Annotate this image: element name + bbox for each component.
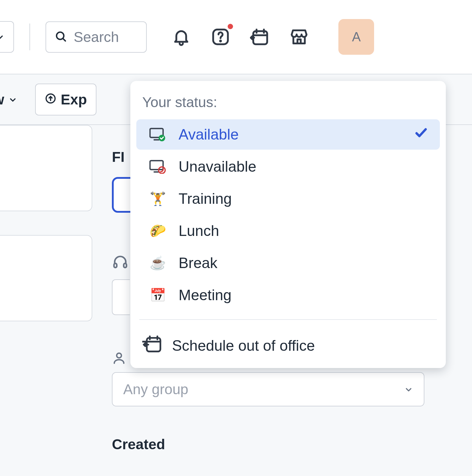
export-button-label: Exp — [61, 91, 87, 108]
new-button[interactable]: ew — [0, 21, 14, 53]
svg-rect-4 — [253, 31, 267, 44]
status-item-available[interactable]: Available — [136, 119, 440, 150]
top-bar: ew A — [0, 0, 472, 74]
marketplace-icon[interactable] — [287, 25, 311, 49]
bell-icon[interactable] — [169, 25, 193, 49]
top-icon-row: A — [169, 19, 374, 55]
status-popover: Your status: Available Unavailable 🏋️ Tr… — [130, 81, 446, 368]
svg-point-13 — [117, 353, 121, 358]
sidebar-card[interactable] — [0, 125, 92, 211]
divider — [139, 319, 437, 320]
view-dropdown[interactable]: view — [0, 84, 26, 115]
schedule-label: Schedule out of office — [172, 337, 315, 354]
calendar-emoji-icon: 📅 — [148, 287, 167, 303]
status-item-meeting[interactable]: 📅 Meeting — [136, 280, 440, 310]
help-icon[interactable] — [209, 25, 232, 49]
monitor-unavailable-icon — [148, 159, 167, 174]
calendar-arrow-icon — [142, 335, 162, 357]
status-item-break[interactable]: ☕ Break — [136, 248, 440, 278]
check-icon — [414, 126, 428, 143]
calendar-icon[interactable] — [248, 25, 272, 49]
svg-rect-11 — [114, 263, 117, 267]
status-item-label: Training — [179, 190, 232, 207]
status-item-unavailable[interactable]: Unavailable — [136, 151, 440, 182]
search-input[interactable] — [73, 29, 132, 46]
upload-icon — [45, 91, 57, 108]
search-box[interactable] — [46, 21, 147, 53]
monitor-available-icon — [148, 127, 167, 142]
export-button[interactable]: Exp — [35, 84, 96, 115]
status-item-training[interactable]: 🏋️ Training — [136, 184, 440, 214]
status-item-label: Break — [179, 254, 218, 272]
avatar-letter: A — [352, 29, 361, 44]
svg-rect-8 — [298, 39, 301, 43]
notification-dot — [228, 24, 233, 29]
status-item-label: Available — [179, 126, 239, 143]
divider — [29, 24, 30, 50]
status-item-label: Meeting — [179, 286, 232, 304]
group-select[interactable]: Any group — [112, 372, 424, 406]
weightlifter-icon: 🏋️ — [148, 191, 167, 206]
status-header: Your status: — [130, 88, 446, 118]
schedule-out-of-office[interactable]: Schedule out of office — [130, 329, 446, 360]
status-item-label: Lunch — [179, 222, 219, 239]
svg-rect-12 — [124, 263, 126, 267]
status-item-label: Unavailable — [179, 158, 256, 175]
group-select-placeholder: Any group — [123, 381, 188, 397]
status-item-lunch[interactable]: 🌮 Lunch — [136, 216, 440, 246]
view-dropdown-label: view — [0, 91, 4, 108]
created-label: Created — [112, 436, 454, 452]
taco-icon: 🌮 — [148, 223, 167, 239]
chevron-down-icon — [404, 381, 413, 397]
svg-point-3 — [220, 40, 221, 41]
sidebar-card[interactable] — [0, 235, 92, 321]
partial-box[interactable] — [112, 279, 130, 315]
chevron-down-icon — [8, 91, 17, 108]
left-rail — [0, 125, 101, 476]
avatar[interactable]: A — [338, 19, 374, 55]
search-icon — [54, 30, 67, 44]
svg-line-1 — [63, 39, 65, 41]
coffee-icon: ☕ — [148, 255, 167, 271]
svg-rect-17 — [150, 161, 163, 170]
chevron-down-icon — [0, 29, 4, 45]
